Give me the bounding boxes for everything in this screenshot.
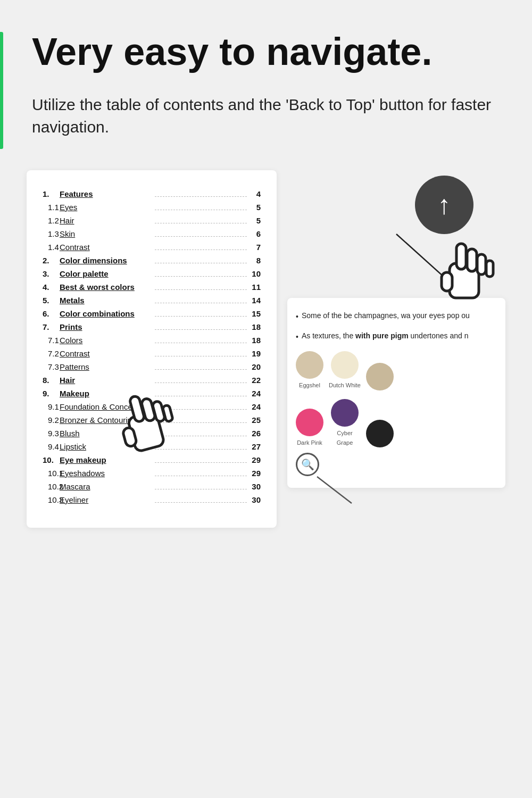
toc-row[interactable]: 1.1Eyes5 [43,203,261,212]
svg-rect-12 [442,272,452,291]
hero-subtitle: Utilize the table of contents and the 'B… [27,94,505,138]
toc-page: 22 [250,376,261,385]
toc-row[interactable]: 3.Color palette10 [43,269,261,279]
toc-label: Hair [60,376,152,385]
color-swatches-row: Eggshel Dutch White [296,351,497,390]
toc-row[interactable]: 10.2Mascara30 [43,482,261,492]
toc-num: 7.2 [43,349,60,358]
toc-label: Color combinations [60,309,152,318]
toc-dots [155,502,247,503]
toc-num: 1.1 [43,203,60,212]
toc-page: 8 [250,256,261,265]
svg-rect-7 [450,263,479,298]
toc-label: Best & worst colors [60,282,152,292]
table-of-contents: 1.Features41.1Eyes51.2Hair51.3Skin61.4Co… [27,170,277,528]
swatch-dutch-white [331,351,359,379]
toc-label: Hair [60,216,152,225]
toc-label: Eyeliner [60,495,152,504]
toc-label: Bronzer & Contouring [60,415,152,425]
toc-row[interactable]: 10.1Eyeshadows29 [43,469,261,478]
toc-label: Mascara [60,482,152,491]
toc-dots [155,409,247,410]
toc-row[interactable]: 9.Makeup24 [43,389,261,398]
svg-rect-10 [477,254,486,275]
toc-page: 29 [250,455,261,464]
toc-page: 10 [250,269,261,278]
up-arrow-icon: ↑ [438,192,451,218]
toc-num: 4. [43,282,60,292]
toc-dots [155,316,247,317]
toc-row[interactable]: 1.3Skin6 [43,229,261,239]
toc-num: 1.3 [43,229,60,238]
toc-row[interactable]: 1.4Contrast7 [43,243,261,252]
toc-num: 9.4 [43,442,60,451]
toc-num: 1. [43,189,60,198]
toc-page: 20 [250,362,261,371]
toc-label: Color dimensions [60,256,152,265]
toc-num: 9.2 [43,415,60,425]
toc-page: 14 [250,296,261,305]
toc-page: 24 [250,402,261,411]
toc-num: 8. [43,376,60,385]
page-title: Very easy to navigate. [27,32,505,72]
toc-label: Colors [60,336,152,345]
bullet-text-1: Some of the be champagnes, wa your eyes … [302,310,470,322]
toc-row[interactable]: 10.Eye makeup29 [43,455,261,465]
toc-label: Foundation & Concealer [60,402,152,411]
toc-page: 4 [250,189,261,198]
swatch-cyber-grape [331,399,359,427]
toc-page: 5 [250,203,261,212]
toc-row[interactable]: 8.Hair22 [43,376,261,385]
swatch-label-eggshell: Eggshel [299,381,320,390]
toc-label: Prints [60,322,152,331]
toc-row[interactable]: 1.Features4 [43,189,261,199]
content-preview-card: • Some of the be champagnes, wa your eye… [287,298,505,488]
toc-label: Metals [60,296,152,305]
toc-dots [155,489,247,489]
toc-row[interactable]: 9.3Blush26 [43,429,261,438]
back-to-top-button[interactable]: ↑ [415,176,473,234]
toc-row[interactable]: 1.2Hair5 [43,216,261,226]
svg-line-13 [317,477,352,503]
toc-page: 30 [250,482,261,491]
svg-rect-8 [456,244,466,269]
toc-page: 6 [250,229,261,238]
toc-num: 7.1 [43,336,60,345]
toc-page: 30 [250,495,261,504]
toc-label: Makeup [60,389,152,398]
color-swatches-row-2: Dark Pink Cyber Grape [296,399,497,447]
swatch-label-dark-pink: Dark Pink [297,438,322,448]
toc-num: 6. [43,309,60,318]
toc-page: 27 [250,442,261,451]
toc-row[interactable]: 2.Color dimensions8 [43,256,261,265]
toc-row[interactable]: 10.3Eyeliner30 [43,495,261,505]
toc-row[interactable]: 4.Best & worst colors11 [43,282,261,292]
toc-dots [155,250,247,250]
toc-row[interactable]: 5.Metals14 [43,296,261,305]
bullet-text-2: As textures, the with pure pigm underton… [302,330,469,343]
toc-row[interactable]: 9.1Foundation & Concealer24 [43,402,261,412]
toc-label: Skin [60,229,152,238]
toc-dots [155,263,247,263]
toc-dots [155,343,247,343]
toc-row[interactable]: 7.Prints18 [43,322,261,332]
toc-row[interactable]: 7.3Patterns20 [43,362,261,372]
toc-num: 7. [43,322,60,331]
toc-page: 15 [250,309,261,318]
toc-num: 7.3 [43,362,60,371]
toc-page: 7 [250,243,261,252]
toc-label: Features [60,189,152,198]
toc-label: Blush [60,429,152,438]
toc-dots [155,329,247,330]
toc-row[interactable]: 9.4Lipstick27 [43,442,261,452]
toc-num: 9.3 [43,429,60,438]
toc-num: 10.1 [43,469,60,478]
toc-row[interactable]: 9.2Bronzer & Contouring25 [43,415,261,425]
toc-num: 5. [43,296,60,305]
toc-dots [155,476,247,476]
toc-row[interactable]: 6.Color combinations15 [43,309,261,319]
toc-row[interactable]: 7.2Contrast19 [43,349,261,359]
toc-dots [155,303,247,303]
toc-row[interactable]: 7.1Colors18 [43,336,261,345]
toc-dots [155,422,247,423]
